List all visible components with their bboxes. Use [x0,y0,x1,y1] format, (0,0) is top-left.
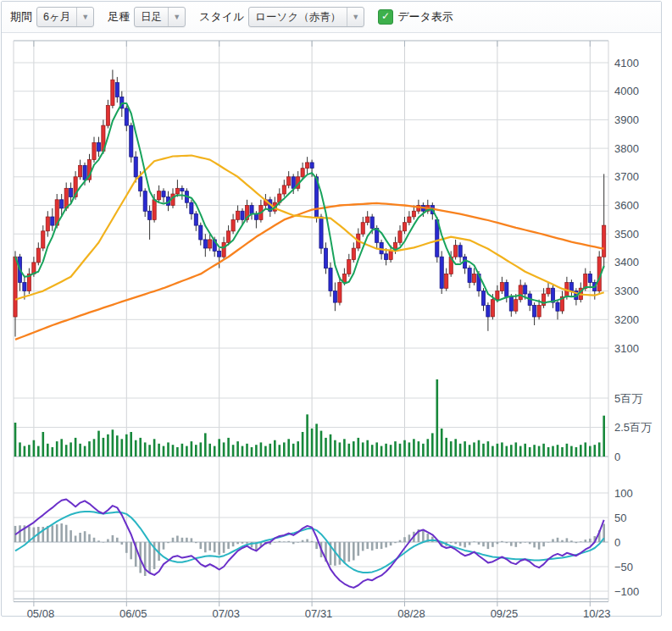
chevron-down-icon[interactable]: ▼ [347,8,364,26]
svg-text:2.5百万: 2.5百万 [614,421,652,434]
svg-text:09/25: 09/25 [491,607,519,617]
svg-text:3700: 3700 [614,170,639,183]
svg-text:10/23: 10/23 [583,607,611,617]
data-display-checkbox-row[interactable]: ✓ データ表示 [378,9,453,25]
ma-long-orange-line [15,203,604,340]
chevron-down-icon[interactable]: ▼ [168,8,185,26]
svg-text:0: 0 [614,451,620,463]
svg-text:3200: 3200 [614,313,639,326]
svg-text:07/31: 07/31 [305,607,333,617]
svg-text:0: 0 [614,536,620,549]
svg-text:05/08: 05/08 [27,607,55,617]
period-dropdown-value: 6ヶ月 [37,10,76,25]
svg-text:−50: −50 [614,561,633,573]
svg-text:3900: 3900 [614,113,639,126]
chevron-down-icon[interactable]: ▼ [76,8,93,26]
svg-text:100: 100 [614,487,633,500]
data-display-label: データ表示 [397,9,453,25]
period-dropdown[interactable]: 6ヶ月 ▼ [36,7,94,27]
svg-text:4000: 4000 [614,85,639,97]
svg-text:5百万: 5百万 [614,392,642,405]
svg-text:3500: 3500 [614,228,639,241]
svg-text:06/05: 06/05 [119,607,147,617]
svg-text:4100: 4100 [614,57,639,69]
svg-text:3600: 3600 [614,199,639,212]
svg-text:50: 50 [614,512,626,524]
bar-type-dropdown-value: 日足 [135,10,168,25]
style-label: スタイル [199,9,244,25]
style-dropdown[interactable]: ローソク（赤青） ▼ [248,7,364,27]
chart-toolbar: 期間 6ヶ月 ▼ 足種 日足 ▼ スタイル ローソク（赤青） ▼ ✓ データ表示 [2,2,661,33]
checkbox-checked-icon[interactable]: ✓ [378,9,393,25]
svg-text:3800: 3800 [614,142,639,155]
svg-text:07/03: 07/03 [212,607,240,617]
period-label: 期間 [10,9,32,25]
chart-canvas: 3100320033003400350036003700380039004000… [2,32,663,617]
svg-text:3400: 3400 [614,256,639,268]
svg-text:08/28: 08/28 [397,607,425,617]
svg-text:−100: −100 [614,585,639,598]
svg-text:3100: 3100 [614,342,639,355]
bar-type-dropdown[interactable]: 日足 ▼ [134,7,186,27]
volume-bars [14,379,605,457]
bar-type-label: 足種 [108,9,130,25]
svg-text:3300: 3300 [614,285,639,297]
style-dropdown-value: ローソク（赤青） [249,10,347,25]
chart-widget-panel: 期間 6ヶ月 ▼ 足種 日足 ▼ スタイル ローソク（赤青） ▼ ✓ データ表示… [1,1,662,617]
oscillator-histogram [14,523,605,576]
